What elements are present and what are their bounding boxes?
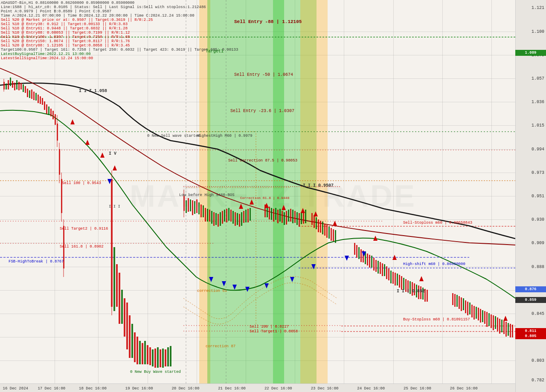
svg-rect-53 (116, 264, 118, 307)
svg-rect-113 (275, 208, 276, 220)
svg-rect-63 (142, 343, 143, 364)
svg-rect-199 (503, 320, 505, 334)
price-0888: 0.888 (531, 264, 544, 269)
svg-rect-119 (288, 210, 289, 222)
svg-rect-54 (119, 273, 120, 324)
svg-rect-39 (50, 109, 52, 116)
svg-rect-88 (209, 210, 210, 222)
svg-rect-134 (324, 224, 325, 236)
svg-rect-38 (48, 107, 49, 115)
buy-stoploss-label: Buy-Stoploss m60 | 0.81091157 (403, 317, 470, 322)
svg-rect-127 (305, 210, 306, 223)
svg-rect-180 (463, 298, 464, 310)
svg-marker-211 (282, 205, 286, 210)
svg-rect-19 (8, 80, 9, 89)
svg-rect-156 (388, 268, 389, 280)
svg-rect-116 (282, 211, 283, 223)
svg-rect-79 (190, 199, 191, 211)
svg-rect-28 (27, 89, 28, 97)
svg-rect-107 (250, 208, 251, 221)
svg-rect-24 (18, 82, 20, 90)
svg-rect-110 (269, 207, 270, 219)
svg-rect-60 (134, 332, 136, 362)
svg-marker-205 (85, 140, 90, 145)
svg-rect-34 (40, 96, 41, 104)
price-852-label: I I | 0.852 (397, 289, 425, 294)
svg-rect-202 (510, 324, 511, 337)
svg-rect-90 (213, 212, 215, 226)
price-scale: 1.121 1.100 1.079 1.057 1.036 1.015 0.99… (515, 0, 546, 392)
svg-rect-177 (456, 295, 458, 307)
svg-rect-137 (331, 228, 332, 241)
svg-rect-78 (188, 198, 189, 212)
time-24dec: 24 Dec 16:00 (357, 386, 385, 391)
svg-rect-58 (129, 315, 131, 358)
svg-rect-66 (149, 347, 151, 365)
time-23dec: 23 Dec 16:00 (311, 386, 339, 391)
svg-rect-140 (354, 243, 355, 255)
svg-rect-72 (165, 349, 166, 366)
svg-rect-195 (495, 316, 496, 329)
wave-iii-label: I I I (109, 205, 120, 209)
svg-rect-27 (25, 86, 26, 93)
svg-rect-135 (326, 225, 328, 238)
svg-rect-193 (491, 314, 492, 328)
svg-rect-159 (395, 273, 396, 285)
svg-marker-208 (239, 204, 243, 209)
svg-rect-198 (501, 320, 502, 332)
svg-marker-221 (222, 281, 226, 286)
price-box-0805: 0.805 (515, 333, 546, 339)
svg-rect-146 (367, 254, 368, 265)
chart-info-line10: Sell %20 @ Entry150: 1.0674 || Target:0.… (1, 39, 130, 43)
svg-marker-217 (419, 276, 424, 281)
price-0845: 0.845 (531, 311, 544, 316)
svg-marker-213 (314, 211, 318, 216)
svg-rect-176 (454, 294, 456, 307)
low-before-high-label: Low before High S460-BOS (179, 193, 235, 197)
svg-rect-71 (162, 349, 164, 368)
svg-rect-92 (218, 214, 219, 227)
svg-marker-227 (345, 256, 349, 261)
svg-rect-115 (279, 209, 281, 222)
svg-rect-125 (301, 212, 302, 224)
svg-rect-55 (121, 290, 123, 324)
svg-rect-174 (427, 290, 428, 302)
svg-marker-220 (209, 277, 213, 282)
svg-rect-69 (157, 347, 159, 368)
price-1100: 1.100 (531, 29, 544, 34)
time-26dec: 26 Dec 16:00 (450, 386, 478, 391)
svg-rect-201 (508, 323, 509, 336)
svg-rect-124 (299, 213, 300, 227)
svg-rect-93 (220, 212, 221, 226)
svg-rect-89 (211, 211, 212, 224)
svg-rect-103 (241, 212, 242, 226)
time-21dec: 21 Dec 16:00 (218, 386, 246, 391)
svg-rect-25 (20, 83, 22, 89)
svg-marker-214 (333, 221, 337, 226)
highest-high-label: HighestHigh M60 | 0.9979 (197, 134, 253, 138)
svg-rect-192 (488, 313, 490, 326)
time-20dec: 20 Dec 16:00 (171, 386, 199, 391)
svg-rect-121 (292, 210, 293, 223)
svg-rect-100 (235, 212, 236, 226)
chart-info-line8: Sell %10 @ Entry88: 0.08053 || Target:0.… (1, 31, 130, 35)
chart-info-line5: Sell %20 @ Market price or at: 0.9507 ||… (1, 18, 153, 22)
sell-100-lower-label: Sell 100 | 0.8117 (250, 325, 289, 329)
svg-rect-197 (499, 319, 500, 334)
sell-100-label: Sell 100 | 0.9543 (62, 181, 101, 185)
svg-rect-21 (12, 81, 13, 88)
svg-marker-209 (250, 199, 254, 205)
svg-rect-31 (33, 92, 35, 100)
svg-rect-187 (478, 308, 479, 320)
chart-container: MARKETZITRADE (0, 0, 546, 392)
svg-rect-154 (384, 264, 385, 276)
svg-rect-139 (335, 230, 336, 243)
svg-rect-181 (465, 300, 466, 313)
chart-info-line13: LatestBuySignalTime:2022.12.21 13:00:00 (1, 52, 91, 56)
svg-rect-26 (23, 84, 24, 92)
svg-rect-40 (52, 111, 54, 119)
svg-rect-94 (222, 211, 223, 224)
svg-rect-148 (371, 256, 372, 268)
svg-rect-56 (124, 298, 125, 337)
svg-rect-143 (360, 249, 362, 262)
